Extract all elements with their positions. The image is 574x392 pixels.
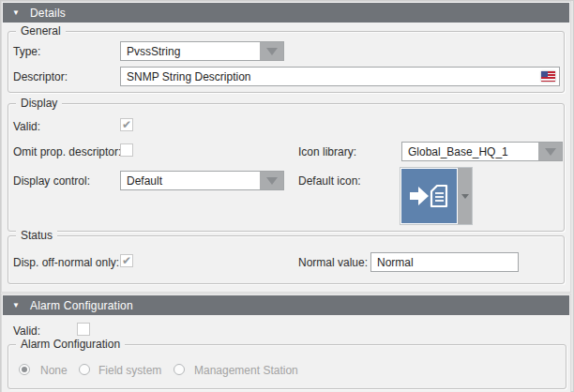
check-icon: ✔ (122, 255, 131, 266)
details-panel: ▼ Details General Type: PvssString Descr… (1, 1, 571, 293)
descriptor-label: Descriptor: (13, 70, 68, 83)
display-control-label: Display control: (13, 174, 90, 188)
radio-management-station (174, 364, 185, 375)
icon-library-label: Icon library: (298, 145, 356, 158)
descriptor-input[interactable]: SNMP String Description (120, 67, 560, 86)
dropdown-arrow-icon (461, 194, 469, 199)
dropdown-arrow-icon (266, 177, 278, 185)
normal-value-text: Normal (377, 256, 414, 269)
descriptor-value: SNMP String Description (127, 70, 251, 83)
display-groupbox: Display (8, 103, 565, 232)
alarm-section-header[interactable]: ▼ Alarm Configuration (3, 295, 569, 315)
alarm-configuration-panel: ▼ Alarm Configuration Valid: Alarm Confi… (1, 294, 571, 392)
alarm-collapse-icon: ▼ (12, 302, 20, 309)
alarm-config-group-title: Alarm Configuration (16, 338, 125, 351)
radio-field-system (79, 364, 90, 375)
radio-none (19, 364, 30, 375)
check-icon: ✔ (122, 119, 131, 130)
default-icon-label: Default icon: (298, 174, 361, 188)
dropdown-arrow-icon (266, 48, 278, 55)
details-section-title: Details (30, 7, 66, 20)
display-control-dropdown-button[interactable] (260, 172, 283, 189)
radio-management-station-label: Management Station (194, 364, 298, 377)
type-dropdown[interactable]: PvssString (120, 41, 284, 61)
display-control-dropdown[interactable]: Default (120, 171, 284, 190)
default-icon-button[interactable] (400, 167, 473, 225)
valid-checkbox: ✔ (120, 118, 133, 131)
icon-library-dropdown-button[interactable] (538, 143, 562, 160)
us-flag-icon[interactable] (541, 71, 555, 82)
arrow-document-icon (400, 168, 458, 224)
valid-label: Valid: (13, 120, 40, 133)
dropdown-arrow-icon (545, 148, 556, 156)
type-dropdown-button[interactable] (260, 42, 283, 60)
type-label: Type: (13, 45, 40, 58)
disp-off-normal-checkbox: ✔ (120, 254, 133, 267)
alarm-section-title: Alarm Configuration (30, 299, 133, 312)
details-section-header[interactable]: ▼ Details (3, 3, 569, 23)
disp-off-normal-label: Disp. off-normal only: (13, 256, 119, 269)
type-dropdown-value: PvssString (121, 42, 260, 60)
alarm-valid-label: Valid: (13, 324, 40, 338)
normal-value-input[interactable]: Normal (370, 252, 519, 272)
default-icon-dropdown-button[interactable] (458, 168, 472, 224)
display-control-dropdown-value: Default (121, 172, 260, 189)
icon-library-dropdown[interactable]: Global_Base_HQ_1 (401, 142, 563, 161)
property-details-pane: ▼ Details General Type: PvssString Descr… (0, 0, 574, 392)
omit-prop-descriptor-checkbox[interactable] (120, 143, 133, 157)
general-group-title: General (16, 24, 66, 38)
omit-prop-descriptor-label: Omit prop. descriptor: (13, 145, 121, 158)
alarm-valid-checkbox[interactable] (77, 323, 90, 336)
radio-none-label: None (40, 364, 68, 377)
display-group-title: Display (16, 97, 62, 110)
details-collapse-icon: ▼ (12, 9, 20, 17)
status-group-title: Status (16, 229, 57, 242)
normal-value-label: Normal value: (298, 256, 368, 269)
icon-library-dropdown-value: Global_Base_HQ_1 (402, 143, 538, 160)
radio-field-system-label: Field system (98, 364, 161, 377)
